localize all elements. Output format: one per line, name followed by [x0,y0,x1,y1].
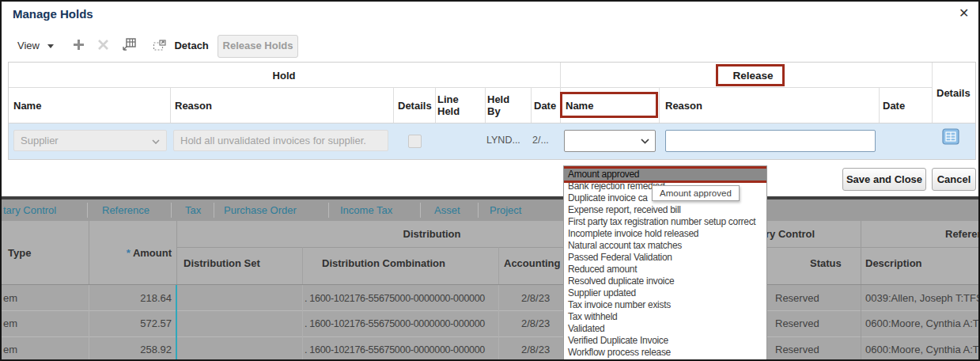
divider [861,221,861,285]
dropdown-option[interactable]: Tax withheld [564,311,766,323]
cell-status: Reserved [775,344,819,356]
tab-separator [171,203,172,218]
col-accounting-date: Accounting [504,257,561,269]
dropdown-option-selected[interactable]: Amount approved [564,169,766,180]
cell-accounting-date: 2/8/23 [521,317,550,330]
col-release-date: Date [883,100,905,112]
col-release-name: Name [566,100,593,112]
dropdown-option[interactable]: Supplier updated [564,287,766,299]
dropdown-option[interactable]: Natural account tax matches [564,240,766,252]
hold-date-value: 2/... [532,134,549,146]
hold-details-checkbox [408,135,422,148]
dialog-title: Manage Holds [13,7,93,21]
cancel-button[interactable]: Cancel [932,168,976,191]
tab-reference[interactable]: Reference [102,204,149,217]
tab-income-tax[interactable]: Income Tax [340,204,392,217]
release-holds-button[interactable]: Release Holds [218,35,298,58]
tab-separator [478,203,479,218]
divider [89,221,89,285]
divider [498,285,499,361]
col-line-held: Line Held [437,93,475,117]
required-marker: * [127,247,131,259]
divider [861,285,861,361]
dropdown-option[interactable]: Validated [564,323,766,335]
divider [435,87,436,123]
cell-status: Reserved [775,292,819,305]
dropdown-option[interactable]: Incomplete invoice hold released [564,228,766,240]
manage-holds-dialog: Manage Holds ✕ View [2,2,980,196]
held-by-value: LYND... [486,134,520,146]
tab-project[interactable]: Project [490,204,521,217]
release-reason-input[interactable] [665,130,876,152]
release-name-select[interactable] [564,130,656,152]
col-amount-label: Amount [133,247,172,259]
divider [560,63,561,123]
divider [176,221,177,285]
dropdown-option[interactable]: Resolved duplicate invoice [564,276,766,287]
hold-row[interactable]: Supplier Hold all unvalidated invoices f… [9,124,975,159]
col-hold-reason: Reason [175,100,212,112]
frozen-column-divider [176,285,177,361]
dropdown-option[interactable]: Workflow process release [564,347,766,359]
group-budgetary-control: ry Control [766,228,815,240]
tab-tax[interactable]: Tax [185,204,201,217]
hold-name-select: Supplier [13,130,167,151]
divider [393,87,394,123]
divider [89,285,89,361]
close-icon[interactable]: ✕ [959,6,969,21]
divider [170,87,171,123]
cell-accounting-date: 2/8/23 [521,292,550,305]
dropdown-option[interactable]: Expense report, received bill [564,204,766,216]
tab-budgetary-control[interactable]: tary Control [3,204,56,217]
detach-button[interactable]: Detach [153,38,209,52]
add-row-icon[interactable] [73,39,85,54]
tab-asset[interactable]: Asset [434,204,460,217]
background-table-rows: em 218.64 . 1600-102176-55675000-0000000… [2,285,980,361]
col-held-by: Held By [487,93,522,117]
cell-type: em [3,344,17,356]
delete-row-icon[interactable] [97,39,109,54]
group-reference: Reference [945,228,980,240]
cell-amount: 218.64 [89,292,172,305]
freeze-columns-icon[interactable] [122,38,136,55]
divider [879,87,880,123]
hold-name-value: Supplier [21,135,59,146]
divider [302,285,303,361]
tab-separator [328,203,329,218]
dropdown-option[interactable]: First party tax registration number setu… [564,216,766,228]
cell-amount: 258.92 [89,344,172,356]
dropdown-option[interactable]: Tax invoice number exists [564,299,766,311]
cell-distribution-combination: . 1600-102176-55675000-0000000-000000 [305,292,485,305]
cell-accounting-date: 2/8/23 [521,344,550,356]
col-distribution-combination: Distribution Combination [322,257,445,269]
tab-separator [420,203,421,218]
view-menu-button[interactable]: View [17,40,54,52]
divider [302,247,303,285]
background-tab-bar: tary Control Reference Tax Purchase Orde… [2,200,980,221]
group-release: Release [713,70,793,82]
view-menu-label: View [17,40,40,51]
tab-purchase-order[interactable]: Purchase Order [224,204,297,217]
caret-down-icon [47,44,54,48]
cell-description: 0039:Allen, Joseph T:TFS R [865,292,980,305]
dropdown-option[interactable]: Reduced amount [564,264,766,276]
dropdown-option[interactable]: Passed Federal Validation [564,252,766,264]
cell-description: 0600:Moore, Cynthia A:TFS [865,344,980,356]
cell-status: Reserved [775,317,819,330]
dropdown-option[interactable]: Verified Duplicate Invoice [564,335,766,347]
cell-distribution-combination: . 1600-102176-55675000-0000000-000000 [305,344,485,356]
dialog-shadow-band [2,196,980,200]
divider [485,87,486,123]
background-table-header: Distribution ry Control Reference Type *… [2,221,980,285]
release-details-icon[interactable] [942,128,959,148]
col-type: Type [8,247,31,259]
divider [2,336,980,337]
holds-table: Hold Release Name Reason Details Line He… [8,62,976,160]
screenshot-root: tary Control Reference Tax Purchase Orde… [0,0,980,361]
dropdown-tooltip: Amount approved [652,185,740,201]
save-and-close-button[interactable]: Save and Close [842,168,926,191]
group-hold: Hold [244,70,324,82]
col-hold-name: Name [13,100,41,112]
divider [531,87,532,123]
cell-description: 0600:Moore, Cynthia A:TFS [865,317,980,330]
